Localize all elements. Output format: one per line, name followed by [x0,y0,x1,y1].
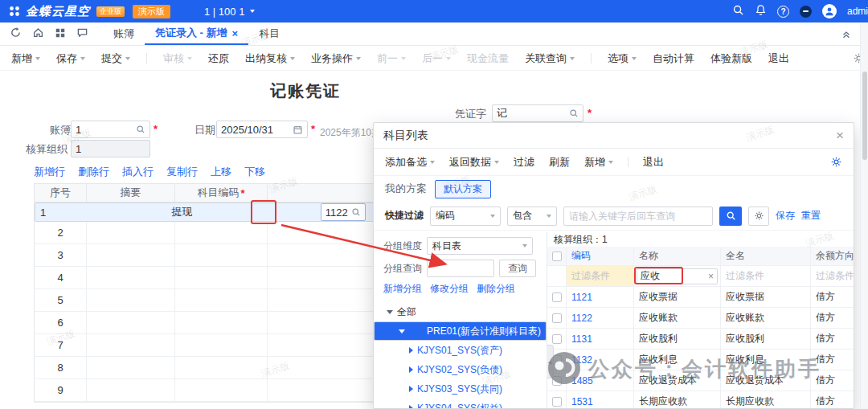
group-action-2[interactable]: 删除分组 [477,282,515,296]
dialog-toolbar-button-3[interactable]: 刷新 [549,155,570,170]
avatar[interactable] [822,4,837,18]
account-switcher[interactable]: 1 | 100 1 [204,6,255,18]
grid-cell-summary[interactable] [87,334,175,356]
account-code[interactable]: 1132 [567,350,634,370]
theme-toggle-icon[interactable] [800,6,812,18]
account-code[interactable]: 1485 [567,370,634,391]
checkbox-icon[interactable] [552,334,562,344]
voucher-word-input[interactable] [497,108,569,120]
voucher-word-lookup-icon[interactable] [569,108,579,118]
toolbar-button-14[interactable]: 退出 [768,51,789,66]
account-row[interactable]: 1122应收账款应收账款借方 [547,308,854,329]
group-action-0[interactable]: 新增分组 [383,282,422,296]
keyword-input[interactable] [563,207,713,226]
grid-cell-code[interactable] [175,244,268,266]
chevron-right-icon[interactable] [409,405,413,408]
tab-2[interactable]: 科目 [248,22,290,45]
bell-icon[interactable] [755,4,767,18]
toolbar-button-0[interactable]: 新增 [11,51,40,66]
chevron-down-icon[interactable] [387,310,393,314]
group-action-1[interactable]: 修改分组 [430,282,469,296]
grid-cell-code[interactable] [175,222,268,243]
help-icon[interactable] [777,6,789,18]
header-fullname[interactable]: 全名 [721,247,811,265]
save-scheme-link[interactable]: 保存 [776,209,795,223]
grid-cell-code[interactable] [175,334,268,356]
account-row[interactable]: 1121应收票据应收票据借方 [547,287,854,308]
row-action-3[interactable]: 复制行 [166,165,198,179]
toolbar-button-1[interactable]: 保存 [56,51,85,66]
vertical-scrollbar[interactable] [860,23,868,409]
chevron-right-icon[interactable] [409,347,413,354]
row-action-4[interactable]: 上移 [211,165,231,179]
book-field[interactable] [71,121,150,138]
toolbar-button-12[interactable]: 自动计算 [653,51,694,66]
checkbox-icon[interactable] [552,376,562,386]
group-search-input[interactable] [427,260,494,277]
filter-operator-select[interactable]: 包含 [507,207,557,226]
chevron-right-icon[interactable] [409,366,413,373]
grid-cell-summary[interactable] [87,357,175,378]
toolbar-button-6[interactable]: 业务操作 [311,51,361,66]
tree-node-2[interactable]: KJYS01_SYS(资产) [374,341,547,360]
chevron-right-icon[interactable] [409,386,413,392]
tab-close-icon[interactable] [232,28,239,39]
checkbox-icon[interactable] [552,313,562,323]
filter-gear-icon[interactable] [748,207,769,226]
voucher-word-field[interactable] [492,104,583,122]
grid-cell-code[interactable] [175,289,268,311]
tree-node-1[interactable]: PRE01(新会计准则科目表) [374,321,547,341]
filter-field-select[interactable]: 编码 [430,207,501,226]
header-code[interactable]: 编码 [567,247,634,265]
panel-collapse-handle[interactable] [547,345,554,378]
collapse-tabs-icon[interactable] [841,28,852,39]
grid-cell-summary[interactable] [87,244,175,266]
row-action-2[interactable]: 插入行 [122,165,154,179]
account-code[interactable]: 1131 [567,329,634,349]
checkbox-icon[interactable] [552,252,562,261]
date-field[interactable] [216,121,308,138]
grid-cell-summary[interactable] [87,267,175,288]
tree-node-3[interactable]: KJYS02_SYS(负债) [374,360,547,379]
account-row[interactable]: 1132应收利息应收利息借方 [547,350,854,370]
account-row[interactable]: 1131应收股利应收股利借方 [547,329,854,350]
account-code-field[interactable]: 1122 [321,203,366,221]
toolbar-button-2[interactable]: 提交 [101,51,130,66]
grid-cell-summary[interactable] [87,312,175,333]
grid-cell-summary[interactable] [87,222,175,243]
dialog-toolbar-button-0[interactable]: 添加备选 [385,155,435,170]
calendar-icon[interactable] [293,125,303,135]
dialog-gear-icon[interactable] [830,156,842,168]
dialog-toolbar-button-5[interactable]: 退出 [643,155,664,170]
sync-icon[interactable] [10,27,22,41]
header-direction[interactable]: 余额方向 [811,247,854,265]
row-select-cell[interactable] [547,391,567,408]
toolbar-button-5[interactable]: 出纳复核 [245,51,295,66]
account-row[interactable]: 1485应收退货成本应收退货成本借方 [547,370,854,391]
book-lookup-icon[interactable] [136,125,145,134]
row-action-1[interactable]: 删除行 [78,165,109,179]
grid-cell-code[interactable] [175,357,268,378]
account-lookup-icon[interactable] [351,207,361,217]
account-code[interactable]: 1122 [567,308,634,328]
grid-cell-summary[interactable]: 提现 [166,205,200,219]
row-select-cell[interactable] [547,287,567,307]
toolbar-button-4[interactable]: 还原 [208,51,229,66]
tree-node-0[interactable]: 全部 [374,302,547,321]
dialog-toolbar-button-2[interactable]: 过滤 [514,155,534,170]
row-action-0[interactable]: 新增行 [34,165,65,179]
fullname-filter-cell[interactable]: 过滤条件 [721,266,811,286]
direction-filter-cell[interactable]: 过滤条件 [811,266,854,286]
search-icon[interactable] [732,4,744,18]
checkbox-icon[interactable] [552,292,562,302]
home-icon[interactable] [32,27,44,41]
chat-icon[interactable] [76,27,88,41]
search-button[interactable] [719,207,742,226]
tree-node-4[interactable]: KJYS03_SYS(共同) [374,379,547,399]
account-row[interactable]: 1531长期应收款长期应收款借方 [547,391,854,408]
account-code[interactable]: 1531 [567,391,634,408]
group-dimension-select[interactable]: 科目表 [427,237,533,255]
dialog-toolbar-button-4[interactable]: 新增 [584,155,613,170]
grid-cell-summary[interactable] [87,289,175,311]
name-filter-input[interactable]: 应收 [637,268,718,284]
